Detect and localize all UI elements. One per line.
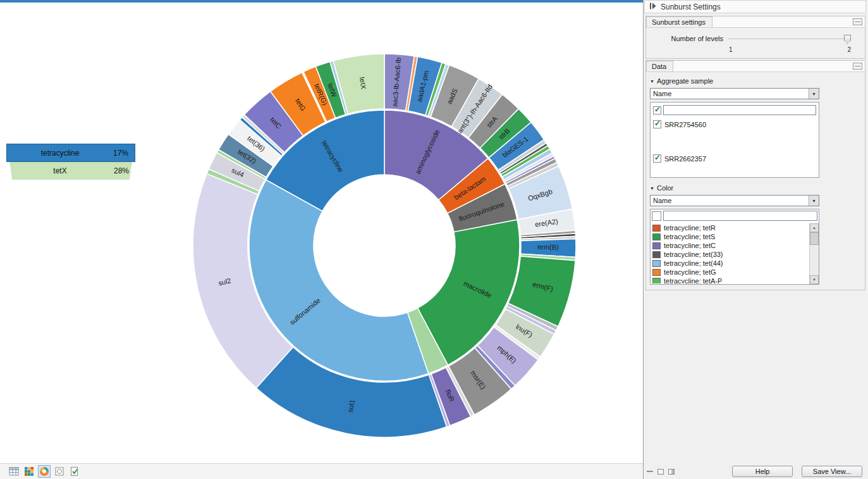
color-label: Color — [657, 184, 673, 192]
dock-panel-icon[interactable] — [668, 469, 675, 475]
color-list-item[interactable]: tetracycline; tet(44) — [651, 259, 809, 268]
chevron-down-icon: ▼ — [650, 186, 654, 190]
dropdown-arrow-icon[interactable]: ▼ — [809, 89, 819, 99]
color-rows: tetracycline; tetR tetracycline; tetS te… — [651, 223, 809, 283]
levels-slider[interactable]: 1 2 — [728, 34, 851, 55]
select-all-samples-checkbox[interactable] — [653, 106, 661, 115]
tooltip-gene-label: tetX — [6, 166, 114, 175]
scrollbar-thumb[interactable] — [810, 232, 819, 245]
slider-tick-labels: 1 2 — [729, 46, 851, 53]
side-panel: Sunburst Settings Sunburst settings — Nu… — [643, 0, 868, 479]
settings-group: Sunburst settings — Number of levels 1 2 — [645, 16, 865, 59]
chart-canvas: aminoglycosidebeta-lactamfluoroquinolone… — [0, 0, 643, 479]
hover-tooltip: tetracycline 17% tetX 28% — [6, 144, 135, 180]
slider-min-label: 1 — [729, 46, 733, 53]
color-list: tetracycline; tetR tetracycline; tetS te… — [650, 209, 819, 285]
sunburst-view-icon[interactable] — [38, 465, 51, 478]
settings-group-header: Sunburst settings — — [646, 16, 865, 28]
view-toolbar — [0, 463, 643, 479]
panel-footer: Help Save View... — [647, 465, 862, 478]
help-button[interactable]: Help — [732, 466, 793, 477]
tooltip-class-value: 17% — [113, 149, 135, 158]
panel-title: Sunburst Settings — [661, 3, 721, 11]
scroll-up-icon[interactable]: ▲ — [810, 223, 819, 232]
data-group-tab[interactable]: Data — [646, 61, 673, 72]
minimize-panel-icon[interactable] — [647, 471, 653, 472]
color-dropdown-value: Name — [653, 197, 671, 204]
sunburst-chart[interactable]: aminoglycosidebeta-lactamfluoroquinolone… — [0, 0, 643, 479]
color-swatch — [652, 260, 661, 267]
sample-list-item[interactable]: SRR2662357 — [652, 154, 817, 163]
tooltip-class-label: tetracycline — [7, 149, 113, 158]
tooltip-gene-value: 28% — [114, 166, 135, 175]
color-list-item[interactable]: tetracycline; tetC — [651, 241, 809, 250]
settings-collapse-button[interactable]: — — [853, 18, 862, 25]
sample-checkbox[interactable] — [653, 120, 661, 128]
dropdown-arrow-icon[interactable]: ▼ — [809, 196, 819, 206]
panel-header: Sunburst Settings — [644, 0, 866, 13]
sample-label: SRR2754560 — [664, 121, 706, 128]
color-swatch — [652, 278, 661, 284]
color-swatch — [652, 225, 661, 232]
color-swatch — [652, 233, 661, 240]
report-view-icon[interactable] — [68, 465, 81, 478]
sample-checkbox[interactable] — [653, 154, 661, 163]
color-header[interactable]: ▼ Color — [650, 184, 865, 192]
color-filter-input[interactable] — [663, 211, 817, 221]
color-entry-label: tetracycline; tetC — [664, 242, 716, 249]
slider-track — [728, 39, 851, 40]
color-entry-label: tetracycline; tet(44) — [664, 259, 723, 267]
panel-footer-icons — [647, 469, 675, 475]
table-view-icon[interactable] — [8, 465, 20, 478]
sample-rows: SRR2754560 SRR2662357 — [652, 120, 817, 163]
scroll-down-icon[interactable]: ▼ — [810, 275, 819, 284]
slider-thumb[interactable] — [844, 35, 851, 44]
sample-filter-input[interactable] — [663, 105, 816, 115]
color-preview-swatch[interactable] — [652, 211, 661, 221]
color-entry-label: tetracycline; tetR — [664, 224, 716, 232]
color-entry-label: tetracycline; tet(33) — [664, 251, 723, 258]
slider-max-label: 2 — [847, 46, 851, 53]
sample-list: SRR2754560 SRR2662357 — [650, 102, 819, 178]
color-list-item[interactable]: tetracycline; tetG — [651, 268, 809, 277]
settings-group-body: Number of levels 1 2 — [646, 28, 865, 58]
color-list-item[interactable]: tetracycline; tetA-P — [651, 277, 809, 283]
aggregate-sample-dropdown[interactable]: Name ▼ — [650, 88, 819, 99]
tooltip-row-gene: tetX 28% — [6, 162, 135, 180]
color-list-item[interactable]: tetracycline; tetS — [651, 232, 809, 241]
color-swatch — [652, 269, 661, 276]
color-swatch — [652, 242, 661, 249]
sample-filter-row — [652, 104, 817, 116]
chevron-down-icon: ▼ — [650, 79, 654, 84]
float-panel-icon[interactable] — [657, 469, 664, 475]
heatmap-view-icon[interactable] — [23, 465, 35, 478]
application-window: aminoglycosidebeta-lactamfluoroquinolone… — [0, 0, 868, 479]
tooltip-row-class: tetracycline 17% — [6, 144, 135, 162]
save-view-button[interactable]: Save View... — [802, 466, 862, 477]
data-group: Data — ▼ Aggregate sample Name ▼ — [645, 60, 865, 290]
color-swatch — [652, 251, 661, 258]
sample-list-item[interactable]: SRR2754560 — [652, 120, 817, 128]
data-group-body: ▼ Aggregate sample Name ▼ SRR2754560 SRR… — [646, 72, 865, 290]
aggregate-sample-header[interactable]: ▼ Aggregate sample — [650, 77, 865, 85]
data-collapse-button[interactable]: — — [853, 63, 862, 70]
color-entry-label: tetracycline; tetS — [664, 233, 715, 240]
aggregate-sample-value: Name — [653, 90, 671, 97]
color-filter-row — [651, 209, 819, 222]
side-panel-toggle-icon[interactable] — [649, 3, 656, 11]
settings-group-tab[interactable]: Sunburst settings — [646, 16, 712, 27]
color-dropdown[interactable]: Name ▼ — [650, 195, 819, 206]
color-entry-label: tetracycline; tetA-P — [664, 277, 722, 283]
number-of-levels-label: Number of levels — [652, 34, 723, 55]
color-list-item[interactable]: tetracycline; tetR — [651, 223, 809, 232]
color-entry-label: tetracycline; tetG — [664, 268, 716, 276]
color-list-scrollbar[interactable]: ▲ ▼ — [809, 223, 819, 284]
sample-label: SRR2662357 — [664, 155, 706, 163]
color-list-item[interactable]: tetracycline; tet(33) — [651, 250, 809, 259]
data-group-header: Data — — [646, 61, 865, 72]
frame-view-icon[interactable] — [53, 465, 66, 478]
sunburst-segment-label: erm(B) — [537, 243, 559, 251]
aggregate-sample-label: Aggregate sample — [657, 77, 713, 85]
